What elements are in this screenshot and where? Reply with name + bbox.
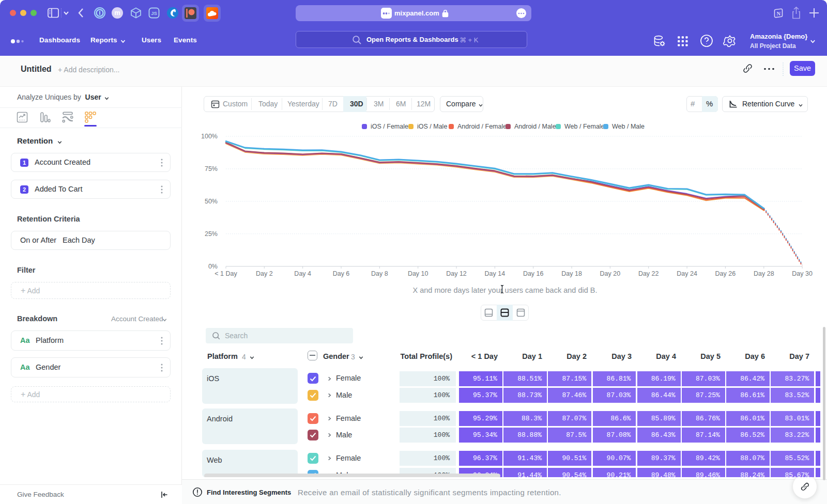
svg-text:Day 24: Day 24 bbox=[677, 270, 697, 277]
svg-text:N: N bbox=[776, 11, 780, 17]
svg-text:Day 12: Day 12 bbox=[446, 270, 467, 277]
svg-text:Day 30: Day 30 bbox=[792, 270, 813, 277]
svg-text:100%: 100% bbox=[201, 133, 218, 140]
svg-text:75%: 75% bbox=[205, 165, 218, 172]
svg-text:Day 10: Day 10 bbox=[408, 270, 428, 277]
svg-text:Day 6: Day 6 bbox=[333, 270, 350, 277]
svg-text:Day 8: Day 8 bbox=[371, 270, 388, 277]
svg-text:JS: JS bbox=[151, 10, 157, 16]
svg-text:Day 26: Day 26 bbox=[715, 270, 736, 277]
svg-text:Day 16: Day 16 bbox=[523, 270, 544, 277]
svg-text:Day 28: Day 28 bbox=[754, 270, 774, 277]
svg-text:Day 4: Day 4 bbox=[294, 270, 311, 277]
svg-text:Day 18: Day 18 bbox=[561, 270, 582, 277]
svg-text:Day 20: Day 20 bbox=[600, 270, 621, 277]
svg-text:Day 2: Day 2 bbox=[256, 270, 273, 277]
svg-text:25%: 25% bbox=[205, 230, 218, 238]
svg-text:50%: 50% bbox=[205, 198, 218, 205]
svg-text:< 1 Day: < 1 Day bbox=[215, 270, 237, 277]
svg-text:Day 22: Day 22 bbox=[638, 270, 659, 277]
svg-text:Day 14: Day 14 bbox=[485, 270, 506, 277]
svg-text:0%: 0% bbox=[208, 263, 218, 270]
